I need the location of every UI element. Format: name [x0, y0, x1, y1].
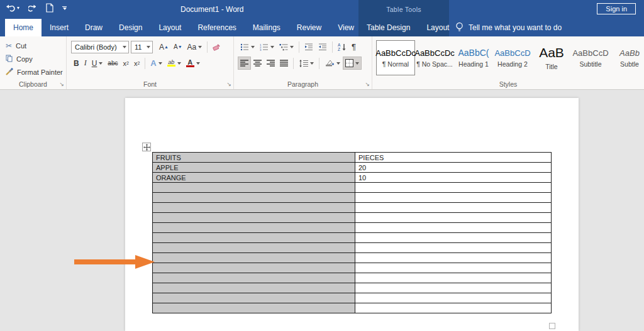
empty-cell-fruit[interactable] [153, 203, 355, 213]
table-empty-row[interactable] [153, 293, 552, 303]
multilevel-list-button[interactable] [277, 40, 296, 53]
table-empty-row[interactable] [153, 213, 552, 223]
tab-table-layout[interactable]: Layout [418, 19, 457, 36]
empty-cell-fruit[interactable] [153, 243, 355, 253]
tab-design[interactable]: Design [111, 19, 150, 36]
increase-indent-button[interactable] [316, 40, 330, 53]
italic-button[interactable]: I [82, 57, 89, 70]
tab-layout[interactable]: Layout [150, 19, 189, 36]
tab-table-design[interactable]: Table Design [358, 19, 418, 36]
fruits-table[interactable]: FRUITS PIECES APPLE 20 ORANGE 10 [152, 152, 552, 313]
table-empty-row[interactable] [153, 303, 552, 313]
show-hide-pilcrow-button[interactable]: ¶ [349, 40, 358, 53]
table-empty-row[interactable] [153, 183, 552, 193]
empty-cell-pieces[interactable] [355, 293, 552, 303]
font-color-button[interactable]: A [184, 57, 203, 70]
font-dialog-launcher-icon[interactable]: ↘ [226, 82, 231, 87]
empty-cell-fruit[interactable] [153, 223, 355, 233]
empty-cell-fruit[interactable] [153, 303, 355, 313]
empty-cell-pieces[interactable] [355, 213, 552, 223]
table-empty-row[interactable] [153, 273, 552, 283]
sign-in-button[interactable]: Sign in [597, 3, 636, 14]
empty-cell-pieces[interactable] [355, 263, 552, 273]
undo-dropdown-icon[interactable] [17, 7, 19, 9]
tab-review[interactable]: Review [289, 19, 330, 36]
cell-fruit[interactable]: APPLE [153, 163, 355, 173]
style-normal[interactable]: AaBbCcDc¶ Normal [376, 40, 415, 75]
justify-button[interactable] [277, 57, 291, 70]
table-empty-row[interactable] [153, 253, 552, 263]
empty-cell-fruit[interactable] [153, 193, 355, 203]
table-empty-row[interactable] [153, 233, 552, 243]
style-subtle-emphasis[interactable]: AaBbSubtle [610, 40, 644, 75]
style-heading-1[interactable]: AaBbC(Heading 1 [454, 40, 493, 75]
style-heading-2[interactable]: AaBbCcDHeading 2 [493, 40, 532, 75]
empty-cell-fruit[interactable] [153, 253, 355, 263]
tab-draw[interactable]: Draw [77, 19, 111, 36]
shading-button[interactable] [322, 57, 343, 70]
empty-cell-fruit[interactable] [153, 233, 355, 243]
empty-cell-pieces[interactable] [355, 283, 552, 293]
decrease-indent-button[interactable] [302, 40, 316, 53]
empty-cell-pieces[interactable] [355, 193, 552, 203]
cell-pieces[interactable]: 10 [355, 173, 552, 183]
tell-me-box[interactable]: Tell me what you want to do [455, 19, 562, 36]
tab-home[interactable]: Home [5, 19, 42, 36]
empty-cell-pieces[interactable] [355, 273, 552, 283]
table-empty-row[interactable] [153, 243, 552, 253]
empty-cell-fruit[interactable] [153, 273, 355, 283]
table-empty-row[interactable] [153, 283, 552, 293]
subscript-button[interactable]: x2 [120, 57, 131, 70]
align-right-button[interactable] [264, 57, 277, 70]
cell-fruit[interactable]: ORANGE [153, 173, 355, 183]
empty-cell-fruit[interactable] [153, 283, 355, 293]
header-cell-fruits[interactable]: FRUITS [153, 153, 355, 163]
grow-font-button[interactable]: A▲ [157, 40, 171, 53]
align-center-button[interactable] [251, 57, 264, 70]
text-effects-button[interactable]: A [148, 57, 164, 70]
superscript-button[interactable]: x2 [131, 57, 142, 70]
customize-qat-icon[interactable] [62, 6, 67, 10]
bold-button[interactable]: B [71, 57, 82, 70]
change-case-button[interactable]: Aa [185, 40, 205, 53]
empty-cell-pieces[interactable] [355, 243, 552, 253]
table-move-handle[interactable] [142, 143, 151, 151]
bullets-button[interactable] [238, 40, 257, 53]
empty-cell-fruit[interactable] [153, 213, 355, 223]
table-row-apple[interactable]: APPLE 20 [153, 163, 552, 173]
empty-cell-pieces[interactable] [355, 203, 552, 213]
line-spacing-button[interactable] [296, 57, 316, 70]
new-document-icon[interactable] [46, 3, 53, 13]
table-resize-handle[interactable] [549, 323, 555, 329]
table-empty-row[interactable] [153, 263, 552, 273]
header-cell-pieces[interactable]: PIECES [355, 153, 552, 163]
table-header-row[interactable]: FRUITS PIECES [153, 153, 552, 163]
style-title[interactable]: AaBTitle [532, 40, 571, 75]
table-empty-row[interactable] [153, 203, 552, 213]
clear-formatting-icon[interactable] [210, 40, 223, 53]
align-left-button[interactable] [238, 57, 251, 70]
style-subtitle[interactable]: AaBbCcDSubtitle [571, 40, 610, 75]
empty-cell-pieces[interactable] [355, 303, 552, 313]
tab-mailings[interactable]: Mailings [245, 19, 289, 36]
table-empty-row[interactable] [153, 193, 552, 203]
numbering-button[interactable]: 123 [257, 40, 277, 53]
strikethrough-button[interactable]: abc [105, 57, 120, 70]
sort-button[interactable]: AZ [335, 40, 349, 53]
tab-insert[interactable]: Insert [42, 19, 77, 36]
clipboard-dialog-launcher-icon[interactable]: ↘ [59, 82, 64, 87]
copy-button[interactable]: Copy [0, 52, 66, 65]
empty-cell-fruit[interactable] [153, 293, 355, 303]
empty-cell-pieces[interactable] [355, 253, 552, 263]
tab-references[interactable]: References [189, 19, 244, 36]
table-empty-row[interactable] [153, 223, 552, 233]
style-no-spacing[interactable]: AaBbCcDc¶ No Spac... [415, 40, 454, 75]
underline-button[interactable]: U [89, 57, 106, 70]
text-highlight-button[interactable]: ab [165, 57, 184, 70]
redo-icon[interactable] [28, 4, 37, 12]
shrink-font-button[interactable]: A▼ [171, 40, 185, 53]
format-painter-button[interactable]: Format Painter [0, 65, 66, 79]
tab-view[interactable]: View [330, 19, 362, 36]
cut-button[interactable]: ✂ Cut [0, 39, 66, 52]
paragraph-dialog-launcher-icon[interactable]: ↘ [365, 82, 370, 87]
